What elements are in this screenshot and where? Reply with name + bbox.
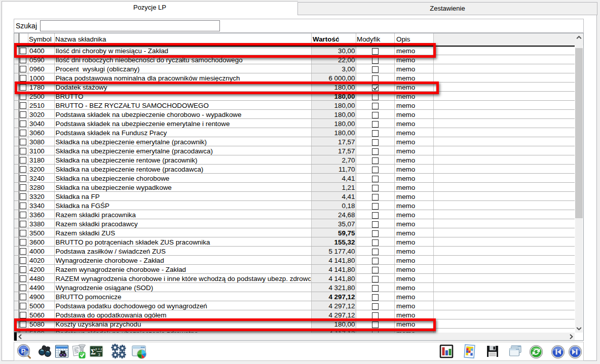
svg-text:.: .	[93, 345, 94, 349]
svg-text:3: 3	[98, 352, 100, 357]
svg-text:x + z: x + z	[95, 347, 102, 351]
